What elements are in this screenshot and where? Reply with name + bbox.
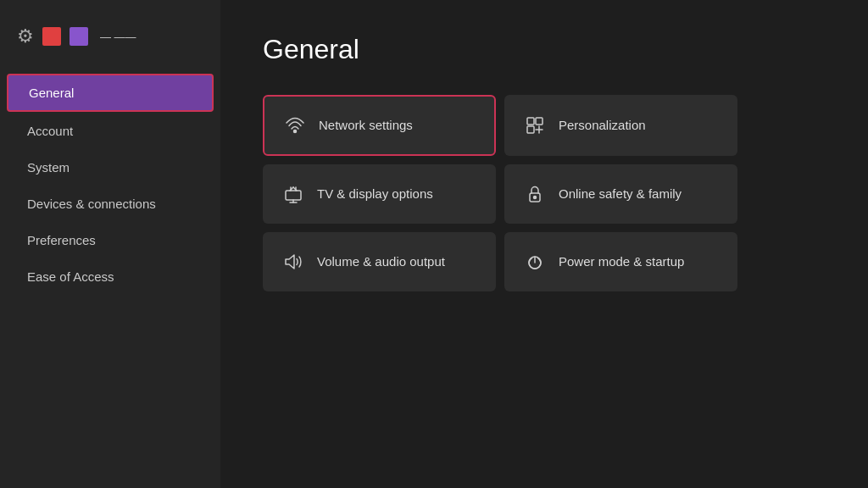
svg-point-12 — [534, 197, 537, 199]
tile-tv-display-label: TV & display options — [317, 186, 433, 202]
account-name: — —— — [100, 30, 136, 43]
sidebar-item-devices[interactable]: Devices & connections — [7, 186, 214, 221]
avatar-red — [42, 27, 61, 46]
tile-network[interactable]: Network settings — [263, 95, 496, 156]
sidebar: ⚙ — —— General Account System Devices & … — [0, 0, 220, 488]
svg-point-0 — [294, 130, 297, 133]
tile-power[interactable]: Power mode & startup — [504, 232, 737, 291]
tile-volume[interactable]: Volume & audio output — [263, 232, 496, 291]
page-title: General — [263, 34, 826, 65]
svg-rect-1 — [527, 118, 534, 125]
tile-online-safety-label: Online safety & family — [559, 186, 682, 202]
gear-icon: ⚙ — [17, 25, 34, 47]
sidebar-item-preferences[interactable]: Preferences — [7, 223, 214, 258]
svg-rect-8 — [286, 191, 301, 200]
avatar-purple — [70, 27, 88, 46]
svg-rect-2 — [536, 118, 542, 125]
sidebar-item-general[interactable]: General — [7, 74, 214, 112]
tile-personalization-label: Personalization — [559, 117, 646, 134]
settings-grid: Network settings Personalization — [263, 95, 737, 291]
main-content: General Network settings Personalization — [220, 0, 868, 488]
tile-tv-display[interactable]: TV & display options — [263, 164, 496, 224]
sidebar-item-ease[interactable]: Ease of Access — [7, 259, 214, 294]
sidebar-item-account[interactable]: Account — [7, 114, 214, 148]
tile-volume-label: Volume & audio output — [317, 253, 445, 270]
sidebar-nav: General Account System Devices & connect… — [0, 73, 220, 295]
sidebar-header: ⚙ — —— — [0, 17, 220, 64]
personalization-icon — [525, 115, 545, 136]
tile-online-safety[interactable]: Online safety & family — [504, 164, 737, 224]
sidebar-item-system[interactable]: System — [7, 150, 214, 185]
svg-rect-3 — [527, 126, 534, 133]
tv-icon — [283, 184, 303, 204]
tile-personalization[interactable]: Personalization — [504, 95, 737, 156]
network-icon — [285, 115, 305, 136]
power-icon — [525, 252, 545, 272]
volume-icon — [283, 252, 303, 272]
lock-icon — [525, 184, 545, 204]
tile-power-label: Power mode & startup — [559, 253, 684, 270]
tile-network-label: Network settings — [319, 117, 413, 134]
